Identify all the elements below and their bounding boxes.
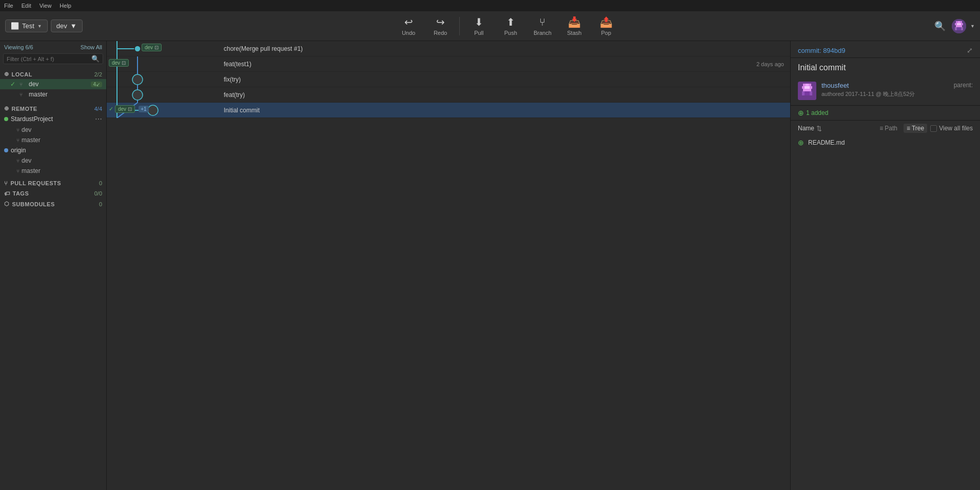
stash-label: Stash: [567, 30, 581, 36]
commit-row-4[interactable]: feat(try): [107, 87, 790, 103]
rb-origin-dev-icon: ⑂: [16, 158, 19, 164]
commit-row-1[interactable]: dev ⊡ chore(Merge pull request #1): [107, 41, 790, 56]
remote-stardustproject[interactable]: StardustProject ⋯: [0, 113, 106, 125]
remote-origin-dot: [4, 148, 8, 152]
remote-options-icon[interactable]: ⋯: [95, 115, 102, 123]
avatar[interactable]: [952, 19, 966, 33]
commit-row-5[interactable]: ✓ dev ⊡ +1 Initial commit: [107, 103, 790, 118]
remote-stardustproject-label: StardustProject: [11, 115, 53, 123]
svg-rect-32: [810, 86, 812, 89]
pop-button[interactable]: 📤 Pop: [591, 14, 621, 38]
author-section: thousfeet authored 2017-11-11 @ 晚上8点52分 …: [791, 77, 980, 105]
remote-count: 4/4: [94, 106, 102, 112]
commit-row-2[interactable]: dev ⊡ feat(test1) 2 days ago: [107, 56, 790, 72]
svg-rect-6: [961, 23, 963, 25]
remote-origin[interactable]: origin: [0, 145, 106, 155]
local-branch-dev[interactable]: ✓ ⑂ dev 4↙: [0, 79, 106, 89]
commit-row-3[interactable]: fix(try): [107, 72, 790, 87]
svg-rect-7: [956, 25, 962, 27]
branch-dev-badge: 4↙: [91, 82, 102, 87]
toolbar: ⬜ Test ▼ dev ▼ ↩ Undo ↪ Redo ⬇ Pull ⬆ Pu…: [0, 11, 980, 41]
submodules-section[interactable]: ⬡ SUBMODULES 0: [0, 199, 106, 209]
expand-icon[interactable]: ⤢: [967, 46, 973, 54]
repo-name: Test: [22, 22, 34, 30]
user-chevron-icon[interactable]: ▼: [970, 24, 975, 29]
tree-btn[interactable]: ≡ Tree: [904, 124, 927, 133]
menu-edit[interactable]: Edit: [22, 3, 31, 9]
tree-icon: ≡: [907, 125, 910, 132]
tags-count: 0/0: [94, 190, 102, 197]
undo-icon: ↩: [404, 16, 413, 28]
branch-selector[interactable]: dev ▼: [51, 19, 83, 32]
menubar: File Edit View Help: [0, 0, 980, 11]
local-branch-master[interactable]: ⑂ master: [0, 89, 106, 100]
pull-requests-icon: ⑂: [4, 180, 8, 186]
rb-origin-master-name: master: [22, 167, 41, 174]
author-name: thousfeet: [821, 82, 949, 89]
remote-origin-name: origin: [4, 147, 26, 154]
remote-stardustproject-dev[interactable]: ⑂ dev: [0, 125, 106, 135]
local-title: ⊕ LOCAL: [4, 71, 32, 77]
branch-master-name: master: [29, 91, 102, 98]
svg-rect-10: [961, 27, 963, 30]
tags-icon: 🏷: [4, 190, 10, 197]
local-section: ⊕ LOCAL 2/2 ✓ ⑂ dev 4↙ ⑂ master: [0, 67, 106, 102]
tree-btn-label: Tree: [912, 125, 924, 132]
files-toolbar: Name ⇅ ≡ Path ≡ Tree View all files: [791, 120, 980, 136]
local-section-header[interactable]: ⊕ LOCAL 2/2: [0, 69, 106, 79]
branch-tag-dev-1: dev ⊡: [142, 44, 162, 51]
remote-stardustproject-master[interactable]: ⑂ master: [0, 135, 106, 145]
commit-msg-1: chore(Merge pull request #1): [220, 45, 784, 52]
pull-requests-count: 0: [99, 180, 102, 186]
remote-origin-dev[interactable]: ⑂ dev: [0, 155, 106, 166]
show-all-link[interactable]: Show All: [81, 44, 102, 50]
svg-rect-8: [955, 27, 957, 30]
branch-dev-name: dev: [29, 81, 89, 88]
svg-rect-33: [803, 89, 811, 91]
menu-help[interactable]: Help: [60, 3, 71, 9]
svg-rect-3: [960, 21, 962, 23]
remote-origin-master[interactable]: ⑂ master: [0, 166, 106, 176]
added-badge: ⊕ 1 added: [798, 109, 828, 117]
local-count: 2/2: [94, 71, 102, 77]
stash-button[interactable]: 📥 Stash: [559, 14, 589, 38]
filter-input[interactable]: [7, 56, 91, 62]
rb-origin-dev-name: dev: [22, 157, 31, 164]
file-added-icon: ⊕: [798, 139, 804, 147]
file-item-readme[interactable]: ⊕ README.md: [791, 136, 980, 149]
remote-section-header[interactable]: ⊕ REMOTE 4/4: [0, 104, 106, 113]
menu-view[interactable]: View: [40, 3, 52, 9]
path-btn[interactable]: ≡ Path: [876, 124, 900, 133]
commit-graph-4: [107, 87, 220, 103]
main-layout: Viewing 6/6 Show All 🔍 ⊕ LOCAL 2/2 ✓ ⑂ d…: [0, 41, 980, 490]
commit-title: Initial commit: [798, 63, 973, 72]
rb-dev-name: dev: [22, 126, 31, 133]
commit-msg-3: fix(try): [220, 76, 784, 83]
view-all-label: View all files: [939, 125, 973, 132]
redo-icon: ↪: [436, 16, 445, 28]
sort-icon[interactable]: ⇅: [816, 125, 822, 132]
svg-rect-31: [805, 86, 810, 89]
branch-button[interactable]: ⑂ Branch: [527, 14, 557, 38]
tags-section[interactable]: 🏷 TAGS 0/0: [0, 188, 106, 199]
commit-hash: commit: 894bd9: [798, 47, 846, 54]
pull-requests-section[interactable]: ⑂ PULL REQUESTS 0: [0, 178, 106, 188]
view-all-checkbox[interactable]: [930, 125, 937, 132]
menu-file[interactable]: File: [4, 3, 13, 9]
search-button[interactable]: 🔍: [932, 18, 948, 34]
submodules-count: 0: [99, 201, 102, 207]
svg-rect-35: [805, 91, 810, 95]
push-button[interactable]: ⬆ Push: [496, 14, 525, 38]
svg-rect-9: [957, 27, 961, 30]
pull-button[interactable]: ⬇ Pull: [464, 14, 494, 38]
branch-tag-dev-2: dev ⊡: [109, 59, 129, 67]
author-date: authored 2017-11-11 @ 晚上8点52分: [821, 90, 949, 98]
added-section: ⊕ 1 added: [791, 105, 980, 120]
filter-search-icon: 🔍: [91, 55, 100, 63]
undo-button[interactable]: ↩ Undo: [394, 14, 423, 38]
repo-selector[interactable]: ⬜ Test ▼: [5, 19, 48, 32]
undo-label: Undo: [402, 30, 415, 36]
redo-button[interactable]: ↪ Redo: [425, 14, 455, 38]
commit-graph-3: [107, 72, 220, 87]
view-all-btn[interactable]: View all files: [930, 125, 973, 132]
